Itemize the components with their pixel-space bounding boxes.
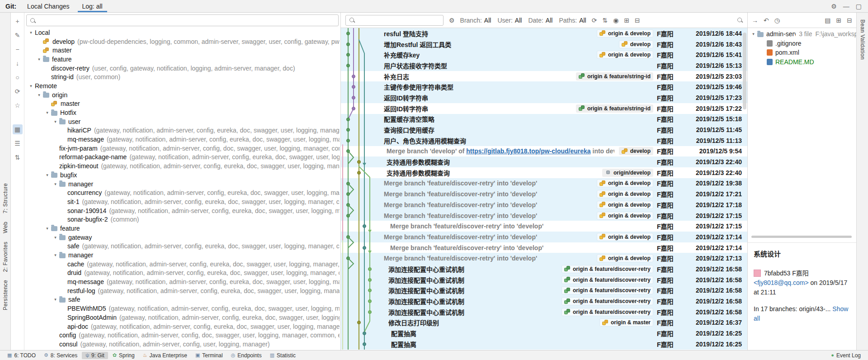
chevron-down-icon[interactable]: ▾ xyxy=(35,93,43,97)
branch-row[interactable]: PBEWithMD5(gateway, notification, admin-… xyxy=(24,304,340,313)
commit-row[interactable]: 增加Restful 返回工具类developF嘉阳2019/12/6 18:43 xyxy=(341,39,747,50)
restore-icon[interactable]: ▢ xyxy=(856,3,862,9)
chevron-down-icon[interactable]: ▾ xyxy=(52,253,59,257)
sort-icon[interactable]: ⇅ xyxy=(13,152,23,162)
commit-row[interactable]: Merge branch 'feature/discover-retry' in… xyxy=(341,189,747,199)
group-by-icon[interactable]: ▤ xyxy=(825,17,830,24)
changed-file-row[interactable]: README.MD xyxy=(748,57,856,67)
commit-row[interactable]: 补充日志origin & feature/string-idF嘉阳2019/12… xyxy=(341,71,747,82)
commit-row[interactable]: Merge branch 'develop' of https://gitlab… xyxy=(341,146,747,157)
statusbar-item-endpoints[interactable]: ◎Endpoints xyxy=(227,352,265,359)
log-search-input[interactable] xyxy=(358,17,440,24)
commit-row[interactable]: 添加连接配置中心重试机制origin & feature/discover-re… xyxy=(341,275,747,285)
commit-row[interactable]: 用户状态接收字符类型F嘉阳2019/12/6 15:13 xyxy=(341,60,747,71)
branch-row[interactable]: ▾origin xyxy=(24,90,340,99)
collapse-all-icon[interactable]: ⊟ xyxy=(847,17,852,24)
statusbar-item-9-git[interactable]: ψ9: Git xyxy=(82,352,108,359)
group-by-directory-icon[interactable]: ▦ xyxy=(13,124,23,134)
branch-row[interactable]: consul(gateway, notification, admin-serv… xyxy=(24,340,340,349)
commit-row[interactable]: Merge branch 'feature/discover-retry' in… xyxy=(341,178,747,189)
changed-file-row[interactable]: pom.xml xyxy=(748,48,856,57)
branch-row[interactable]: ▾bugfix xyxy=(24,171,340,180)
filter-paths[interactable]: Paths:All xyxy=(559,17,586,24)
branch-row[interactable]: mq-message(gateway, notification, admin-… xyxy=(24,135,340,144)
branch-search-input[interactable] xyxy=(39,17,335,24)
add-icon[interactable]: + xyxy=(13,16,23,26)
delete-icon[interactable]: − xyxy=(13,44,23,54)
chevron-down-icon[interactable]: ▾ xyxy=(52,182,59,186)
chevron-down-icon[interactable]: ▾ xyxy=(43,110,51,115)
commit-row[interactable]: 添加连接配置中心重试机制origin & feature/discover-re… xyxy=(341,296,747,307)
branch-row[interactable]: ▾Remote xyxy=(24,81,340,90)
intelli-sort-icon[interactable]: ⇅ xyxy=(602,17,608,24)
branch-row[interactable]: ▾user xyxy=(24,117,340,126)
branch-row[interactable]: ▾gateway xyxy=(24,233,340,242)
branch-row[interactable]: SpringBootAdmin(gateway, notification, a… xyxy=(24,313,340,322)
statusbar-item-java-enterprise[interactable]: ♨Java Enterprise xyxy=(139,352,191,359)
commit-message-link[interactable]: https://gitlab.fjy8018.top/pw-cloud/eure… xyxy=(466,147,590,155)
tool-window-button-web[interactable]: Web xyxy=(2,218,9,237)
commit-row[interactable]: 返回ID转字符串F嘉阳2019/12/5 17:23 xyxy=(341,92,747,103)
filter-date[interactable]: Date:All xyxy=(528,17,552,24)
tool-window-button-2-favorites[interactable]: 2: Favorites xyxy=(2,237,9,276)
branch-row[interactable]: zipkin-timeout(gateway, notification, ad… xyxy=(24,161,340,171)
commit-row[interactable]: 配置缓存清空策略F嘉阳2019/12/5 15:18 xyxy=(341,114,747,125)
refresh-icon[interactable]: ⟳ xyxy=(13,86,23,96)
changed-files-root-row[interactable]: ▾ admin-server 3 files F:\java_workspa..… xyxy=(748,29,856,39)
tool-window-button-bean-validation[interactable]: Bean Validation xyxy=(859,15,866,64)
branch-row[interactable]: ▾feature xyxy=(24,55,340,64)
statusbar-item-spring[interactable]: ✿Spring xyxy=(109,352,138,359)
chevron-down-icon[interactable]: ▾ xyxy=(750,32,757,36)
favorite-icon[interactable]: ☆ xyxy=(13,100,23,110)
tab-log-all[interactable]: Log: all xyxy=(76,0,109,12)
chevron-down-icon[interactable]: ▾ xyxy=(27,30,35,35)
commit-row[interactable]: 添加连接配置中心重试机制origin & feature/discover-re… xyxy=(341,285,747,296)
changed-file-row[interactable]: .gitignore xyxy=(748,39,856,48)
branch-row[interactable]: master xyxy=(24,99,340,109)
commit-row[interactable]: 配置抽离F嘉阳2019/12/2 16:25 xyxy=(341,328,747,339)
chevron-down-icon[interactable]: ▾ xyxy=(52,297,59,302)
statusbar-item-event-log[interactable]: ● Event Log xyxy=(827,352,864,359)
tool-window-button-persistence[interactable]: Persistence xyxy=(2,276,9,314)
commit-row[interactable]: Merge branch 'feature/discover-retry' in… xyxy=(341,199,747,210)
branch-row[interactable]: master xyxy=(24,46,340,55)
commit-row[interactable]: 返回ID转字符串origin & feature/string-idF嘉阳201… xyxy=(341,103,747,114)
statusbar-item-6-todo[interactable]: ▦6: TODO xyxy=(4,352,39,359)
commit-row[interactable]: 用户、角色支持通用模糊查询F嘉阳2019/12/5 11:13 xyxy=(341,135,747,146)
chevron-down-icon[interactable]: ▾ xyxy=(43,226,51,231)
find-icon[interactable] xyxy=(737,17,743,23)
branch-search-box[interactable] xyxy=(26,14,339,26)
rollback-icon[interactable]: ↶ xyxy=(764,17,769,24)
commit-row[interactable]: 补充缓存keyorigin & developF嘉阳2019/12/6 15:4… xyxy=(341,49,747,60)
branch-row[interactable]: safe(gateway, notification, admin-server… xyxy=(24,242,340,251)
filter-branch[interactable]: Branch:All xyxy=(460,17,491,24)
commit-row[interactable]: 添加连接配置中心重试机制origin & feature/discover-re… xyxy=(341,264,747,275)
tab-local-changes[interactable]: Local Changes xyxy=(21,0,75,12)
branch-row[interactable]: discover-retry(user, config, gateway, no… xyxy=(24,64,340,73)
commit-author-email-link[interactable]: <fjy8018@qq.com> xyxy=(754,279,809,286)
chevron-down-icon[interactable]: ▾ xyxy=(52,235,59,240)
commit-row[interactable]: Merge branch 'feature/discover-retry' in… xyxy=(341,242,747,253)
commit-row[interactable]: Merge branch 'feature/discover-retry' in… xyxy=(341,221,747,232)
branch-row[interactable]: ▾Local xyxy=(24,28,340,37)
branch-row[interactable]: sonar-190914(gateway, notification, admi… xyxy=(24,206,340,215)
chevron-down-icon[interactable]: ▾ xyxy=(27,84,35,88)
branch-row[interactable]: sit-1(gateway, notification, admin-serve… xyxy=(24,197,340,206)
collapse-graph-icon[interactable]: ⊟ xyxy=(635,17,640,24)
branch-row[interactable]: concurrency(gateway, notification, admin… xyxy=(24,188,340,197)
branch-row[interactable]: develop(pw-cloud-dependencies, logging, … xyxy=(24,37,340,46)
statusbar-item-terminal[interactable]: ▣Terminal xyxy=(192,352,226,359)
chevron-down-icon[interactable]: ▾ xyxy=(35,57,43,62)
branch-row[interactable]: ▾feature xyxy=(24,224,340,233)
branch-row[interactable]: fix-jvm-param(gateway, notification, adm… xyxy=(24,144,340,153)
commit-row[interactable]: 查询接口使用缓存F嘉阳2019/12/5 11:45 xyxy=(341,124,747,135)
branch-row[interactable]: ▾manager xyxy=(24,251,340,260)
log-search-box[interactable] xyxy=(345,15,443,26)
expand-all-icon[interactable]: ⊞ xyxy=(836,17,842,24)
branch-row[interactable]: hikariCP(gateway, notification, admin-se… xyxy=(24,126,340,135)
commit-row[interactable]: 添加连接配置中心重试机制origin & feature/discover-re… xyxy=(341,307,747,317)
edit-icon[interactable]: ✎ xyxy=(13,30,23,40)
tool-window-button-7-structure[interactable]: 7: Structure xyxy=(2,179,9,218)
horizontal-scrollbar-thumb[interactable] xyxy=(751,236,852,238)
history-icon[interactable]: ◷ xyxy=(774,17,780,24)
